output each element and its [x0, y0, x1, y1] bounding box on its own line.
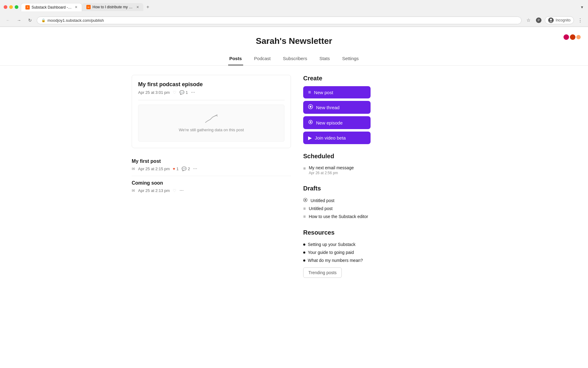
draft-title-3: How to use the Substack editor — [309, 214, 368, 219]
trending-label: Trending posts — [308, 270, 337, 275]
post-date-1: Apr 25 at 3:01 pm — [138, 90, 170, 95]
scheduled-title-1[interactable]: My next email message — [309, 165, 354, 170]
address-bar[interactable]: 🔒 moodjoy1.substack.com/publish — [37, 17, 522, 24]
toolbar-right: ☆ P Incognito ⋮ — [524, 16, 584, 25]
post-title-1[interactable]: My first podcast episode — [138, 81, 285, 88]
newsletter-title: Sarah's Newsletter — [0, 36, 588, 46]
tab-podcast[interactable]: Podcast — [253, 52, 272, 65]
new-thread-button[interactable]: New thread — [303, 101, 371, 114]
resource-title-1: Setting up your Substack — [308, 242, 356, 247]
bookmark-icon[interactable]: ☆ — [524, 16, 533, 25]
new-tab-button[interactable]: + — [143, 2, 152, 12]
draft-title-1: Untitled post — [311, 198, 334, 203]
minimize-button[interactable] — [9, 5, 13, 9]
draft-text-icon-2: ≡ — [303, 206, 306, 211]
tab-title-2: How to I distribute my podcas... — [92, 5, 133, 9]
incognito-label: Incognito — [556, 18, 571, 22]
back-button[interactable]: ← — [4, 16, 12, 25]
close-button[interactable] — [4, 5, 7, 9]
resource-item-1[interactable]: Setting up your Substack — [303, 240, 371, 248]
gathering-text: We're still gathering data on this post — [179, 128, 244, 132]
new-post-label: New post — [314, 90, 333, 95]
avatar-dot-3 — [576, 35, 581, 39]
tab-favicon-2: H — [86, 5, 91, 9]
forward-button[interactable]: → — [15, 16, 23, 25]
tab-subscribers[interactable]: Subscribers — [282, 52, 308, 65]
tab-close-1[interactable]: ✕ — [75, 5, 77, 9]
incognito-badge[interactable]: Incognito — [545, 16, 574, 24]
tab-inactive[interactable]: H How to I distribute my podcas... ✕ — [82, 3, 143, 11]
svg-point-5 — [310, 106, 311, 108]
menu-icon[interactable]: ⋮ — [576, 16, 584, 25]
post-meta-2: ✉ Apr 25 at 2:15 pm ♥ 1 💬 2 ··· — [132, 166, 291, 171]
sidebar-drafts-section: Drafts Untitled post ≡ Untitled post ≡ H… — [303, 185, 371, 220]
post-comments-2: 💬 2 — [182, 167, 190, 171]
more-button-3[interactable]: ··· — [179, 188, 183, 193]
svg-point-3 — [550, 19, 552, 21]
resource-bullet-1 — [303, 243, 305, 246]
sidebar-create-section: Create ≡ New post New thread New episode — [303, 75, 371, 144]
draft-text-icon-3: ≡ — [303, 214, 306, 219]
email-icon-3: ✉ — [132, 188, 135, 193]
join-video-label: Join video beta — [315, 135, 346, 140]
resource-title-3: What do my numbers mean? — [308, 258, 363, 263]
tab-title-1: Substack Dashboard - Sarah's — [32, 5, 72, 10]
comment-count-2: 2 — [188, 167, 190, 171]
post-meta-1: Apr 25 at 3:01 pm ♡ 💬 1 ··· — [138, 90, 285, 95]
more-button-2[interactable]: ··· — [193, 166, 197, 171]
draft-item-1[interactable]: Untitled post — [303, 196, 371, 205]
avatar-dot-1 — [564, 34, 569, 40]
new-post-button[interactable]: ≡ New post — [303, 86, 371, 98]
email-icon-2: ✉ — [132, 167, 135, 171]
profile-icon[interactable]: P — [534, 16, 543, 25]
svg-point-7 — [310, 121, 311, 123]
resource-item-3[interactable]: What do my numbers mean? — [303, 256, 371, 264]
tab-settings[interactable]: Settings — [341, 52, 360, 65]
tab-favicon-1: S — [25, 5, 30, 10]
create-section-title: Create — [303, 75, 371, 82]
trending-button[interactable]: Trending posts — [303, 267, 342, 278]
tab-close-2[interactable]: ✕ — [136, 5, 139, 9]
post-title-2[interactable]: My first post — [132, 159, 291, 164]
post-date-2: Apr 25 at 2:15 pm — [138, 167, 170, 171]
browser-chrome: S Substack Dashboard - Sarah's ✕ H How t… — [0, 0, 588, 27]
post-title-3[interactable]: Coming soon — [132, 180, 291, 186]
scheduled-date-1: Apr 26 at 2:56 pm — [309, 171, 354, 175]
new-thread-icon — [308, 104, 313, 110]
heart-icon-1: ♡ — [173, 90, 176, 95]
nav-tabs: Posts Podcast Subscribers Stats Settings — [0, 52, 588, 65]
resources-section-title: Resources — [303, 229, 371, 236]
tab-dropdown-button[interactable]: ▾ — [580, 3, 584, 11]
more-button-1[interactable]: ··· — [191, 90, 195, 95]
traffic-lights — [4, 5, 18, 9]
tabs-bar: S Substack Dashboard - Sarah's ✕ H How t… — [21, 2, 584, 12]
chart-icon — [205, 114, 217, 125]
resource-item-2[interactable]: Your guide to going paid — [303, 248, 371, 256]
drafts-section-title: Drafts — [303, 185, 371, 192]
post-data-section: We're still gathering data on this post — [138, 105, 285, 142]
post-likes-2: ♥ 1 — [173, 167, 179, 171]
svg-text:P: P — [538, 19, 540, 22]
sidebar-resources-section: Resources Setting up your Substack Your … — [303, 229, 371, 278]
new-episode-label: New episode — [316, 120, 343, 125]
post-likes-1: ♡ — [173, 90, 176, 95]
post-date-3: Apr 25 at 2:13 pm — [138, 188, 170, 193]
comment-icon-2: 💬 — [182, 167, 187, 171]
new-episode-icon — [308, 120, 313, 126]
sidebar: Create ≡ New post New thread New episode — [303, 75, 371, 286]
new-episode-button[interactable]: New episode — [303, 116, 371, 129]
app-header: Sarah's Newsletter Posts Podcast Subscri… — [0, 27, 588, 66]
post-meta-3: ✉ Apr 25 at 2:13 pm ♡ ··· — [132, 188, 291, 193]
tab-stats[interactable]: Stats — [318, 52, 331, 65]
reload-button[interactable]: ↻ — [26, 16, 34, 25]
join-video-button[interactable]: ▶ Join video beta — [303, 132, 371, 144]
maximize-button[interactable] — [15, 5, 18, 9]
post-comments-1: 💬 1 — [179, 90, 188, 95]
tab-posts[interactable]: Posts — [228, 52, 243, 65]
card-divider-1 — [138, 100, 285, 100]
tab-active[interactable]: S Substack Dashboard - Sarah's ✕ — [21, 3, 82, 11]
comment-icon-1: 💬 — [179, 90, 184, 95]
draft-item-3[interactable]: ≡ How to use the Substack editor — [303, 213, 371, 220]
draft-item-2[interactable]: ≡ Untitled post — [303, 205, 371, 213]
user-avatar-top[interactable] — [564, 34, 581, 40]
